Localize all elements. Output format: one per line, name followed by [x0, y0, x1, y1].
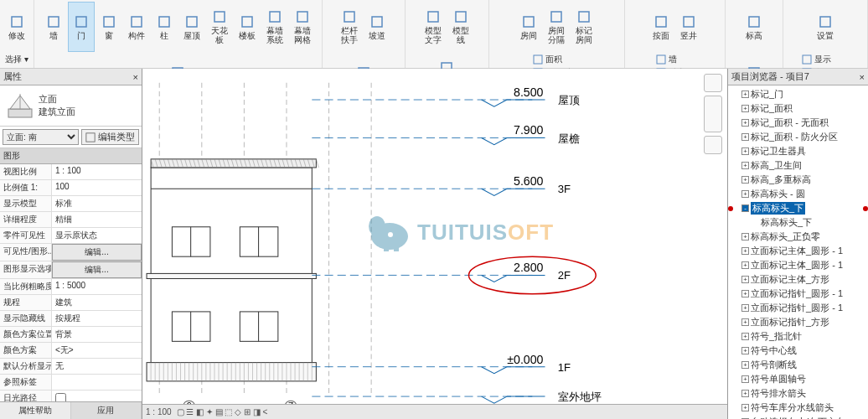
ribbon-柱[interactable]: 柱 [151, 2, 178, 52]
ribbon-坡道[interactable]: 坡道 [364, 2, 390, 52]
tree-标高标头_正负零[interactable]: +标高标头_正负零 [730, 230, 866, 244]
svg-text:±0.000: ±0.000 [507, 353, 543, 366]
nav-wheel[interactable] [704, 136, 722, 154]
ribbon-标高[interactable]: 标高 [741, 2, 767, 52]
ribbon-门[interactable]: 门 [68, 2, 95, 52]
props-instance-select[interactable]: 立面: 南 [3, 129, 79, 145]
svg-point-168 [388, 232, 393, 237]
tree-标高_多重标高[interactable]: +标高_多重标高 [730, 173, 866, 187]
ribbon-屋顶[interactable]: 屋顶 [178, 2, 205, 52]
svg-point-167 [369, 216, 385, 236]
nav-cube[interactable] [704, 96, 722, 132]
ribbon-墙[interactable]: 墙 [652, 53, 697, 66]
ribbon-幕墙系统[interactable]: 幕墙系统 [261, 2, 288, 52]
props-help[interactable]: 属性帮助 [0, 402, 71, 419]
tree-标记_门[interactable]: +标记_门 [730, 87, 866, 101]
ribbon-显示[interactable]: 显示 [798, 53, 854, 66]
tree-立面标记指针_圆形 - 1[interactable]: +立面标记指针_圆形 - 1 [730, 301, 866, 315]
ribbon-天花板[interactable]: 天花板 [206, 2, 233, 52]
ribbon-竖井[interactable]: 竖井 [675, 2, 702, 52]
tree-标记_面积 - 无面积[interactable]: +标记_面积 - 无面积 [730, 116, 866, 130]
tree-标高_卫生间[interactable]: +标高_卫生间 [730, 158, 866, 173]
prop-当比例粗略度...[interactable]: 1 : 5000 [52, 279, 142, 294]
svg-rect-16 [456, 12, 466, 22]
props-close[interactable]: × [133, 72, 138, 82]
svg-text:屋顶: 屋顶 [558, 94, 580, 106]
tree-符号_指北针[interactable]: +符号_指北针 [730, 329, 866, 344]
svg-rect-20 [579, 12, 589, 22]
browser-close[interactable]: × [860, 72, 865, 82]
scale[interactable]: 1 : 100 [146, 407, 172, 416]
prop-规程[interactable]: 建筑 [52, 295, 142, 310]
tree-立面标记主体_圆形 - 1[interactable]: +立面标记主体_圆形 - 1 [730, 244, 866, 258]
svg-text:3F: 3F [558, 183, 571, 195]
svg-text:5.600: 5.600 [514, 174, 544, 188]
tree-符号排水箭头[interactable]: +符号排水箭头 [730, 386, 866, 401]
edit-type-btn[interactable]: 编辑类型 [81, 129, 139, 145]
tree-立面标记主体_方形[interactable]: +立面标记主体_方形 [730, 272, 866, 287]
ribbon-栏杆扶手[interactable]: 栏杆扶手 [336, 2, 363, 52]
ribbon-按面[interactable]: 按面 [648, 2, 674, 52]
ribbon-构件[interactable]: 构件 [123, 2, 150, 52]
tree-标记卫生器具[interactable]: +标记卫生器具 [730, 144, 866, 158]
tree-标记_面积 - 防火分区[interactable]: +标记_面积 - 防火分区 [730, 130, 866, 144]
tree-立面标记指针_方形[interactable]: +立面标记指针_方形 [730, 315, 866, 329]
svg-rect-8 [242, 17, 252, 27]
ribbon-设置[interactable]: 设置 [812, 2, 839, 52]
tree-标高标头_下[interactable]: -标高标头_下 [730, 201, 866, 215]
tree-符号剖断线[interactable]: +符号剖断线 [730, 358, 866, 372]
tree-立面标记指针_圆形 - 1[interactable]: +立面标记指针_圆形 - 1 [730, 287, 866, 301]
tree-标记_面积[interactable]: +标记_面积 [730, 101, 866, 116]
svg-rect-9 [270, 12, 280, 22]
select-dd[interactable]: 选择 ▾ [5, 54, 28, 65]
svg-rect-21 [534, 55, 542, 64]
tree-标高标头_下[interactable]: 标高标头_下 [730, 215, 866, 230]
ribbon-房间分隔[interactable]: 房间分隔 [543, 2, 570, 52]
ribbon-房间[interactable]: 房间 [515, 2, 542, 52]
sb-icons[interactable]: ▢ ☰ ◧ ✦ ▤ ⬚ ◇ ⊞ ◨ < [177, 407, 268, 416]
prop-比例值 1:[interactable]: 100 [52, 180, 142, 195]
tree-标高标头 - 圆[interactable]: +标高标头 - 圆 [730, 187, 866, 201]
ribbon-楼板[interactable]: 楼板 [234, 2, 261, 52]
ribbon-修改[interactable]: 修改 [3, 2, 30, 52]
svg-text:2.800: 2.800 [514, 261, 544, 274]
prop-详细程度[interactable]: 精细 [52, 212, 142, 227]
prop-颜色方案位置[interactable]: 背景 [52, 327, 142, 342]
svg-rect-24 [656, 17, 666, 27]
svg-rect-1 [49, 17, 59, 27]
ribbon-模型文字[interactable]: 模型文字 [420, 2, 447, 52]
props-type[interactable]: 立面建筑立面 [0, 85, 142, 127]
ribbon-墙[interactable]: 墙 [40, 2, 67, 52]
svg-rect-31 [820, 17, 830, 27]
svg-text:屋檐: 屋檐 [558, 132, 580, 145]
svg-rect-170 [394, 245, 399, 251]
prop-图形显示选项[interactable]: 编辑... [52, 261, 142, 278]
svg-rect-2 [76, 17, 86, 27]
props-apply[interactable]: 应用 [71, 402, 142, 419]
tree-符号中心线[interactable]: +符号中心线 [730, 344, 866, 358]
tree-符号车库分水线箭头[interactable]: +符号车库分水线箭头 [730, 401, 866, 415]
ribbon-窗[interactable]: 窗 [96, 2, 122, 52]
tree-自动选择向上/向下方向[interactable]: +自动选择向上/向下方向 [730, 415, 866, 419]
nav-home[interactable] [704, 74, 722, 92]
canvas[interactable]: 678.500屋顶7.900屋檐5.6003F2.8002F±0.0001F室外… [142, 69, 727, 419]
svg-text:7.900: 7.900 [514, 124, 544, 137]
prop-显示隐藏线[interactable]: 按规程 [52, 311, 142, 326]
svg-text:2F: 2F [558, 269, 571, 282]
prop-参照标签[interactable] [52, 375, 142, 390]
prop-零件可见性[interactable]: 显示原状态 [52, 228, 142, 243]
svg-rect-12 [344, 12, 354, 22]
ribbon-模型线[interactable]: 模型线 [447, 2, 474, 52]
svg-rect-35 [8, 109, 32, 117]
ribbon-幕墙网格[interactable]: 幕墙网格 [289, 2, 316, 52]
ribbon-面积[interactable]: 面积 [529, 53, 585, 66]
prop-颜色方案[interactable]: <无> [52, 343, 142, 358]
ribbon-标记房间[interactable]: 标记房间 [571, 2, 597, 52]
prop-视图比例[interactable]: 1 : 100 [52, 164, 142, 179]
prop-默认分析显示...[interactable]: 无 [52, 359, 142, 374]
tree-立面标记主体_圆形 - 1[interactable]: +立面标记主体_圆形 - 1 [730, 258, 866, 272]
svg-text:室外地坪: 室外地坪 [558, 391, 602, 403]
prop-显示模型[interactable]: 标准 [52, 196, 142, 211]
prop-可见性/图形...[interactable]: 编辑... [52, 244, 142, 261]
tree-符号单圆轴号[interactable]: +符号单圆轴号 [730, 372, 866, 386]
